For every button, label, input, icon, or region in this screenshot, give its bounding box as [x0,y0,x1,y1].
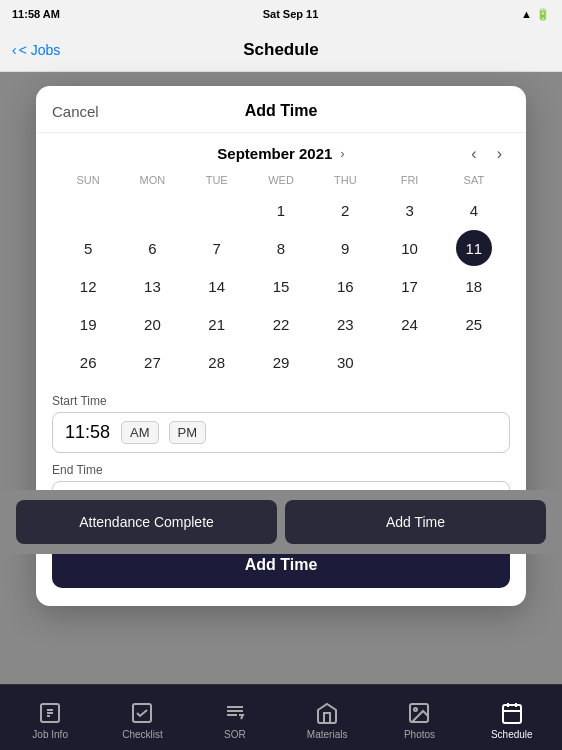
month-row: September 2021 › ‹ › [56,145,506,162]
bottom-actions: Attendance Complete Add Time [0,490,562,554]
tab-photos[interactable]: Photos [373,685,465,750]
back-arrow-icon: ‹ [12,42,17,58]
wifi-icon: ▲ [521,8,532,20]
job-info-icon [38,701,62,725]
calendar-day-1[interactable]: 1 [263,192,299,228]
attendance-complete-button[interactable]: Attendance Complete [16,500,277,544]
calendar-day-3[interactable]: 3 [392,192,428,228]
calendar-day-17[interactable]: 17 [392,268,428,304]
calendar-day-25[interactable]: 25 [456,306,492,342]
status-time: 11:58 AM [12,8,60,20]
tab-job-info[interactable]: Job Info [4,685,96,750]
tab-checklist[interactable]: Checklist [96,685,188,750]
modal-title: Add Time [245,102,318,120]
month-expand-icon: › [340,146,344,161]
schedule-icon [500,701,524,725]
calendar-empty [70,192,106,228]
nav-title: Schedule [243,40,319,60]
calendar-days: 1234567891011121314151617181920212223242… [56,192,506,380]
weekday-sun: SUN [56,172,120,188]
calendar-day-2[interactable]: 2 [327,192,363,228]
calendar-day-26[interactable]: 26 [70,344,106,380]
calendar-day-8[interactable]: 8 [263,230,299,266]
tab-schedule[interactable]: Schedule [466,685,558,750]
calendar-day-20[interactable]: 20 [134,306,170,342]
tab-schedule-label: Schedule [491,729,533,740]
calendar-day-23[interactable]: 23 [327,306,363,342]
weekday-thu: THU [313,172,377,188]
calendar-day-16[interactable]: 16 [327,268,363,304]
calendar-day-30[interactable]: 30 [327,344,363,380]
calendar-day-24[interactable]: 24 [392,306,428,342]
next-month-button[interactable]: › [493,143,506,165]
weekday-sat: SAT [442,172,506,188]
modal-header: Cancel Add Time [36,86,526,133]
calendar-day-22[interactable]: 22 [263,306,299,342]
calendar-nav: ‹ › [467,143,506,165]
tab-sor-label: SOR [224,729,246,740]
calendar-grid: SUN MON TUE WED THU FRI SAT 123456789101… [56,172,506,380]
svg-point-9 [414,708,417,711]
calendar-day-4[interactable]: 4 [456,192,492,228]
status-indicators: ▲ 🔋 [521,8,550,21]
calendar-day-12[interactable]: 12 [70,268,106,304]
tab-bar: Job Info Checklist SOR Materials Photos [0,684,562,750]
calendar-empty [134,192,170,228]
calendar-day-11[interactable]: 11 [456,230,492,266]
start-pm-button[interactable]: PM [169,421,207,444]
calendar-day-28[interactable]: 28 [199,344,235,380]
calendar-day-27[interactable]: 27 [134,344,170,380]
status-bar: 11:58 AM Sat Sep 11 ▲ 🔋 [0,0,562,28]
calendar-day-21[interactable]: 21 [199,306,235,342]
back-label: < Jobs [19,42,61,58]
checklist-icon [130,701,154,725]
sor-icon [223,701,247,725]
end-time-label: End Time [52,463,510,477]
start-time-input[interactable]: 11:58 AM PM [52,412,510,453]
tab-materials[interactable]: Materials [281,685,373,750]
weekday-fri: FRI [377,172,441,188]
calendar-day-9[interactable]: 9 [327,230,363,266]
calendar-day-6[interactable]: 6 [134,230,170,266]
calendar-day-5[interactable]: 5 [70,230,106,266]
tab-job-info-label: Job Info [32,729,68,740]
weekday-tue: TUE [185,172,249,188]
prev-month-button[interactable]: ‹ [467,143,480,165]
weekday-wed: WED [249,172,313,188]
calendar-day-14[interactable]: 14 [199,268,235,304]
calendar-day-19[interactable]: 19 [70,306,106,342]
calendar-day-13[interactable]: 13 [134,268,170,304]
calendar-day-7[interactable]: 7 [199,230,235,266]
month-label: September 2021 [217,145,332,162]
calendar-day-15[interactable]: 15 [263,268,299,304]
add-time-action-button[interactable]: Add Time [285,500,546,544]
svg-rect-10 [503,705,521,723]
tab-checklist-label: Checklist [122,729,163,740]
start-time-value: 11:58 [65,422,111,443]
weekday-mon: MON [120,172,184,188]
status-day: Sat Sep 11 [263,8,319,20]
start-am-button[interactable]: AM [121,421,159,444]
photos-icon [407,701,431,725]
calendar-day-10[interactable]: 10 [392,230,428,266]
cancel-button[interactable]: Cancel [52,103,99,120]
materials-icon [315,701,339,725]
nav-bar: ‹ < Jobs Schedule [0,28,562,72]
calendar-day-29[interactable]: 29 [263,344,299,380]
background-area: Cancel Add Time September 2021 › ‹ › SUN… [0,72,562,620]
calendar-empty [199,192,235,228]
tab-materials-label: Materials [307,729,348,740]
calendar-day-18[interactable]: 18 [456,268,492,304]
calendar-section: September 2021 › ‹ › SUN MON TUE WED THU… [36,133,526,388]
nav-back-button[interactable]: ‹ < Jobs [12,42,60,58]
battery-icon: 🔋 [536,8,550,21]
tab-photos-label: Photos [404,729,435,740]
tab-sor[interactable]: SOR [189,685,281,750]
start-time-label: Start Time [52,394,510,408]
weekday-labels: SUN MON TUE WED THU FRI SAT [56,172,506,188]
start-time-field: Start Time 11:58 AM PM [52,394,510,453]
